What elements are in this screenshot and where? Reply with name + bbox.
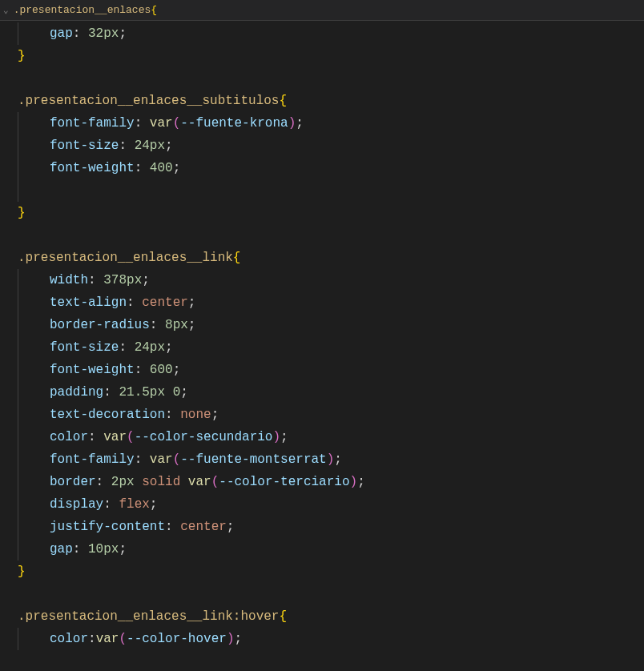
breadcrumb-bar: ⌄ .presentacion__enlaces{ — [0, 0, 644, 21]
code-line[interactable]: .presentacion__enlaces__subtitulos{ — [18, 90, 644, 112]
code-line[interactable]: justify-content: center; — [18, 516, 644, 538]
code-line[interactable] — [18, 179, 644, 202]
code-line[interactable]: text-align: center; — [18, 291, 644, 314]
code-line[interactable]: display: flex; — [18, 493, 644, 516]
code-line[interactable] — [18, 224, 644, 247]
code-line[interactable]: } — [18, 45, 644, 67]
breadcrumb-selector[interactable]: .presentacion__enlaces — [14, 0, 151, 22]
code-line[interactable]: font-size: 24px; — [18, 135, 644, 157]
code-line[interactable]: color:var(--color-hover); — [18, 628, 644, 650]
code-line[interactable]: } — [18, 202, 644, 224]
code-line[interactable]: .presentacion__enlaces__link{ — [18, 247, 644, 269]
code-line[interactable]: gap: 32px; — [18, 22, 644, 45]
code-line[interactable] — [18, 67, 644, 90]
code-line[interactable]: font-family: var(--fuente-krona); — [18, 112, 644, 135]
code-line[interactable]: color: var(--color-secundario); — [18, 426, 644, 448]
code-line[interactable]: text-decoration: none; — [18, 404, 644, 426]
code-line[interactable]: font-family: var(--fuente-montserrat); — [18, 448, 644, 471]
code-line[interactable]: .presentacion__enlaces__link:hover{ — [18, 605, 644, 628]
code-editor[interactable]: gap: 32px;} .presentacion__enlaces__subt… — [0, 21, 644, 650]
code-line[interactable]: border: 2px solid var(--color-terciario)… — [18, 471, 644, 493]
code-line[interactable] — [18, 583, 644, 605]
code-line[interactable]: font-weight: 600; — [18, 359, 644, 381]
chevron-down-icon: ⌄ — [3, 0, 9, 22]
code-line[interactable]: padding: 21.5px 0; — [18, 381, 644, 404]
code-line[interactable]: gap: 10px; — [18, 538, 644, 561]
code-line[interactable]: font-size: 24px; — [18, 336, 644, 359]
code-line[interactable]: border-radius: 8px; — [18, 314, 644, 336]
code-line[interactable]: } — [18, 561, 644, 583]
code-line[interactable]: font-weight: 400; — [18, 157, 644, 179]
code-line[interactable]: width: 378px; — [18, 269, 644, 291]
